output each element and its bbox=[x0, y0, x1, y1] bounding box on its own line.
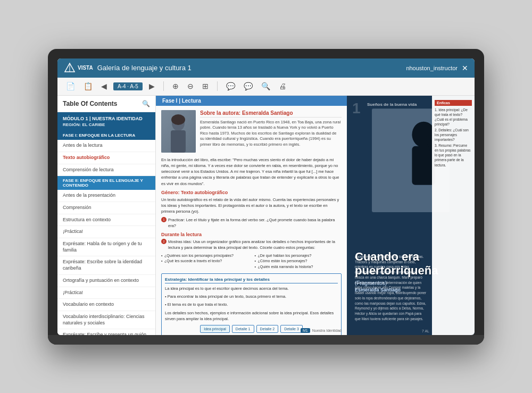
toolbar-btn-zoom-out[interactable]: ⊖ bbox=[185, 81, 196, 91]
right-sidebar-item-3: 3. Resumo: Percume en tus propias palabr… bbox=[435, 143, 472, 167]
sidebar-item-vocabulario[interactable]: Vocabulario en contexto bbox=[57, 299, 155, 311]
page-number-left: M1 Nuestra Identidad bbox=[301, 328, 342, 333]
toolbar-btn-layout[interactable]: ⊞ bbox=[200, 81, 211, 91]
diagram-detail1: Detalle 1 bbox=[232, 325, 254, 333]
phase2-header: FASE II: ENFOQUE EN EL LENGUAJE Y CONTEN… bbox=[57, 176, 155, 190]
module-label: MÓDULO 1 | NUESTRA IDENTIDAD bbox=[63, 115, 150, 122]
sidebar-item-estructura[interactable]: Estructura en contexto bbox=[57, 214, 155, 227]
divider1 bbox=[163, 81, 164, 91]
author-photo bbox=[161, 110, 196, 153]
bullet-2: ¿Qué les sucede a través el texto? bbox=[161, 258, 248, 264]
right-page-number: 7 AL bbox=[422, 329, 429, 333]
section-title: Sueños de la buena vida bbox=[367, 102, 417, 107]
activity2: 2 Mostras idas: Usa un organizador gráfi… bbox=[161, 239, 342, 251]
vista-logo: VISTA bbox=[64, 62, 93, 74]
username: nhouston_instructor bbox=[406, 65, 458, 71]
right-sidebar-item-2: 2. Detailes: ¿Cuál son los personajes im… bbox=[435, 128, 472, 142]
diagram-main: Idea principal bbox=[200, 325, 230, 333]
divider2 bbox=[217, 81, 218, 91]
right-body-content: agosto marcó el principio de los tempora… bbox=[355, 254, 427, 322]
close-button[interactable]: ✕ bbox=[462, 64, 468, 72]
toolbar-btn-search[interactable]: 🔍 bbox=[259, 81, 272, 91]
strategy-title: Estrategia: Identificar la idea principa… bbox=[165, 277, 338, 283]
top-bar-right: nhouston_instructor ✕ bbox=[406, 64, 468, 72]
content-area: Fase I | Lectura bbox=[156, 96, 475, 335]
bullet-col-1: ¿Quiénes son los personajes principales?… bbox=[161, 253, 248, 270]
module-header: MÓDULO 1 | NUESTRA IDENTIDAD REGIÓN: EL … bbox=[57, 112, 155, 131]
right-page: 1 Sueños de la buena vida Cuando era pue… bbox=[347, 96, 475, 335]
author-text: Esmeralda Santiago nació en Puerto Rico … bbox=[200, 120, 342, 148]
toc-search-icon[interactable]: 🔍 bbox=[142, 100, 150, 107]
toolbar-btn-print[interactable]: 🖨 bbox=[277, 81, 288, 91]
section-number: 1 bbox=[352, 100, 361, 117]
durante-section: Durante la lectura 2 Mostras idas: Usa u… bbox=[161, 232, 342, 270]
right-sidebar-section: Enficas 1. Idea principal: ¿De qué trata… bbox=[435, 100, 472, 168]
sidebar-item-texto-auto[interactable]: Texto autobiográfico bbox=[57, 152, 155, 164]
laptop-frame: VISTA Galería de lenguaje y cultura 1 nh… bbox=[48, 49, 484, 345]
toolbar-btn-prev[interactable]: ◀ bbox=[99, 81, 109, 91]
page-indicator: A-4 · A-5 bbox=[113, 82, 143, 90]
top-bar: VISTA Galería de lenguaje y cultura 1 nh… bbox=[57, 58, 475, 78]
sidebar-item-practica2[interactable]: ¡Práctica! bbox=[57, 287, 155, 299]
genre-title: Género: Texto autobiográfico bbox=[161, 190, 342, 195]
right-sidebar-title: Enficas bbox=[435, 100, 472, 106]
toolbar-btn-next[interactable]: ▶ bbox=[147, 81, 157, 91]
toc-header: Table Of Contents 🔍 bbox=[57, 96, 155, 112]
durante-title: Durante la lectura bbox=[161, 232, 342, 237]
diagram-detail3: Detalle 3 bbox=[280, 325, 303, 333]
author-image bbox=[161, 110, 196, 153]
sidebar-item-antes-lectura[interactable]: Antes de la lectura bbox=[57, 140, 155, 152]
author-info: Sobre la autora: Esmeralda Santiago Esme… bbox=[200, 110, 342, 153]
activity1-label: Practicar: Lee el título y fijate en la … bbox=[168, 217, 342, 229]
sidebar-item-vocab-inter[interactable]: Vocabulario interdisciplinario: Ciencias… bbox=[57, 311, 155, 329]
top-bar-left: VISTA Galería de lenguaje y cultura 1 bbox=[64, 62, 192, 74]
toolbar-btn-zoom-in[interactable]: ⊕ bbox=[170, 81, 181, 91]
svg-rect-5 bbox=[171, 130, 186, 153]
reading-bullets: ¿Quiénes son los personajes principales?… bbox=[161, 253, 342, 270]
sidebar-item-practica1[interactable]: ¡Práctica! bbox=[57, 226, 155, 238]
sidebar-item-comprension[interactable]: Comprensión de lectura bbox=[57, 164, 155, 177]
genre-text: Un texto autobiográfico es el relato de … bbox=[161, 197, 342, 215]
right-body-text: agosto marcó el principio de los tempora… bbox=[352, 252, 429, 324]
toolbar-btn-chat2[interactable]: 💬 bbox=[242, 81, 255, 91]
sidebar-item-ortografia[interactable]: Ortografía y puntuación en contexto bbox=[57, 275, 155, 287]
sidebar-item-expresate-guion[interactable]: Exprésate: Escribe y presenta un guión d… bbox=[57, 329, 155, 335]
right-sidebar: Enficas 1. Idea principal: ¿De qué trata… bbox=[432, 96, 475, 335]
svg-point-6 bbox=[171, 114, 185, 125]
bullet-3: ¿De qué hablan los personajes? bbox=[255, 253, 342, 258]
sidebar-item-comprension2[interactable]: Comprensión bbox=[57, 202, 155, 214]
toolbar-btn-chat1[interactable]: 💬 bbox=[224, 81, 237, 91]
laptop-base bbox=[48, 335, 484, 345]
bullet-4: ¿Cómo están los personajes? bbox=[255, 258, 342, 264]
section-title-area: Sueños de la buena vida bbox=[367, 102, 417, 107]
right-sidebar-item-1: 1. Idea principal: ¿De qué trata el text… bbox=[435, 107, 472, 127]
phase1-header: FASE I: ENFOQUE EN LA LECTURA bbox=[57, 131, 155, 140]
toolbar-btn-doc[interactable]: 📄 bbox=[64, 81, 77, 91]
vista-logo-icon bbox=[64, 62, 76, 74]
activity2-label: Mostras idas: Usa un organizador gráfico… bbox=[168, 239, 342, 251]
toc-title: Table Of Contents bbox=[63, 100, 117, 107]
activity1-num: 1 bbox=[161, 217, 167, 222]
page-badge: M1 bbox=[301, 328, 310, 333]
sidebar-item-expresate-escribe[interactable]: Exprésate: Escribe sobre la identidad ca… bbox=[57, 256, 155, 274]
strategy-box: Estrategia: Identificar la idea principa… bbox=[161, 273, 342, 335]
strategy-text1: La idea principal es lo que el escritor … bbox=[165, 286, 338, 291]
sidebar-item-antes-presentacion[interactable]: Antes de la presentación bbox=[57, 190, 155, 202]
strategy-text4: Los detalles son hechos, ejemplos e info… bbox=[165, 310, 338, 322]
author-section: Sobre la autora: Esmeralda Santiago Esme… bbox=[161, 110, 342, 153]
page-label: Nuestra Identidad bbox=[312, 329, 342, 332]
strategy-text2: • Para encontrar la idea principal de un… bbox=[165, 294, 338, 299]
bullet-col-2: ¿De qué hablan los personajes? ¿Cómo est… bbox=[255, 253, 342, 270]
vista-text: VISTA bbox=[78, 65, 93, 71]
left-page: Fase I | Lectura bbox=[156, 96, 347, 335]
phase-banner: Fase I | Lectura bbox=[156, 96, 347, 106]
activity2-num: 2 bbox=[161, 239, 167, 244]
bullet-5: ¿Quién está narrando la historia? bbox=[255, 264, 342, 270]
strategy-text3: • El tema es de lo que trata el texto. bbox=[165, 302, 338, 307]
toolbar: 📄 📋 ◀ A-4 · A-5 ▶ ⊕ ⊖ ⊞ 💬 💬 🔍 🖨 bbox=[57, 78, 475, 96]
sidebar-item-expresate-habla[interactable]: Exprésate: Habla de tu origen y de tu fa… bbox=[57, 238, 155, 256]
main-layout: Table Of Contents 🔍 MÓDULO 1 | NUESTRA I… bbox=[57, 96, 475, 335]
app-title: Galería de lenguaje y cultura 1 bbox=[97, 64, 192, 72]
page-content: Sobre la autora: Esmeralda Santiago Esme… bbox=[156, 106, 347, 335]
toolbar-btn-copy[interactable]: 📋 bbox=[81, 81, 95, 91]
